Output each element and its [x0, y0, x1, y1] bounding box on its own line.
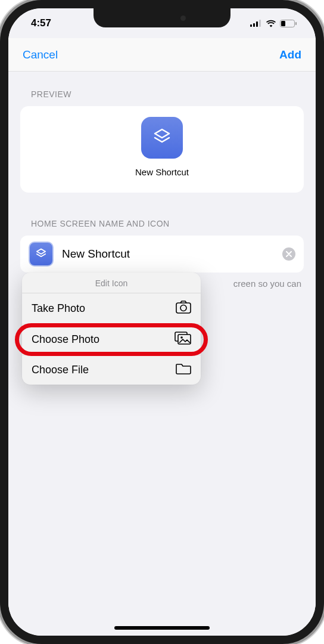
homescreen-section-header: HOME SCREEN NAME AND ICON	[20, 219, 304, 228]
svg-rect-7	[176, 303, 191, 313]
cancel-button[interactable]: Cancel	[23, 48, 58, 61]
choose-photo-label: Choose Photo	[32, 333, 99, 346]
name-input-row: Edit Icon Take Photo Choose Photo	[20, 236, 304, 273]
svg-rect-0	[250, 24, 252, 27]
svg-rect-6	[295, 22, 297, 25]
icon-picker-button[interactable]	[29, 242, 54, 267]
folder-icon	[176, 363, 191, 377]
close-icon	[286, 251, 292, 257]
svg-point-8	[180, 305, 186, 311]
choose-file-label: Choose File	[32, 364, 89, 376]
home-indicator[interactable]	[114, 626, 210, 630]
photo-library-icon	[175, 332, 191, 348]
preview-section-header: PREVIEW	[20, 89, 304, 99]
preview-label: New Shortcut	[135, 167, 189, 177]
status-time: 4:57	[31, 17, 51, 29]
shortcut-name-input[interactable]	[62, 247, 274, 261]
svg-rect-2	[256, 21, 258, 27]
choose-file-item[interactable]: Choose File	[22, 355, 201, 385]
take-photo-item[interactable]: Take Photo	[22, 293, 201, 324]
battery-icon	[280, 20, 297, 27]
notch	[94, 8, 230, 27]
svg-rect-3	[259, 20, 261, 27]
preview-card: New Shortcut	[20, 106, 304, 193]
svg-point-11	[180, 336, 183, 339]
wifi-icon	[266, 20, 276, 27]
device-frame: 4:57 Cancel Add PREVIEW	[0, 0, 324, 644]
svg-rect-1	[253, 23, 255, 27]
popover-title: Edit Icon	[22, 273, 201, 293]
take-photo-label: Take Photo	[32, 302, 85, 315]
nav-bar: Cancel Add	[8, 38, 316, 72]
choose-photo-item[interactable]: Choose Photo	[22, 324, 201, 355]
edit-icon-popover: Edit Icon Take Photo Choose Photo	[22, 273, 201, 385]
clear-input-button[interactable]	[282, 247, 295, 261]
camera-icon	[176, 301, 191, 317]
svg-rect-5	[281, 21, 285, 26]
add-button[interactable]: Add	[279, 48, 301, 61]
shortcut-app-icon	[141, 117, 183, 159]
cellular-signal-icon	[250, 20, 262, 27]
